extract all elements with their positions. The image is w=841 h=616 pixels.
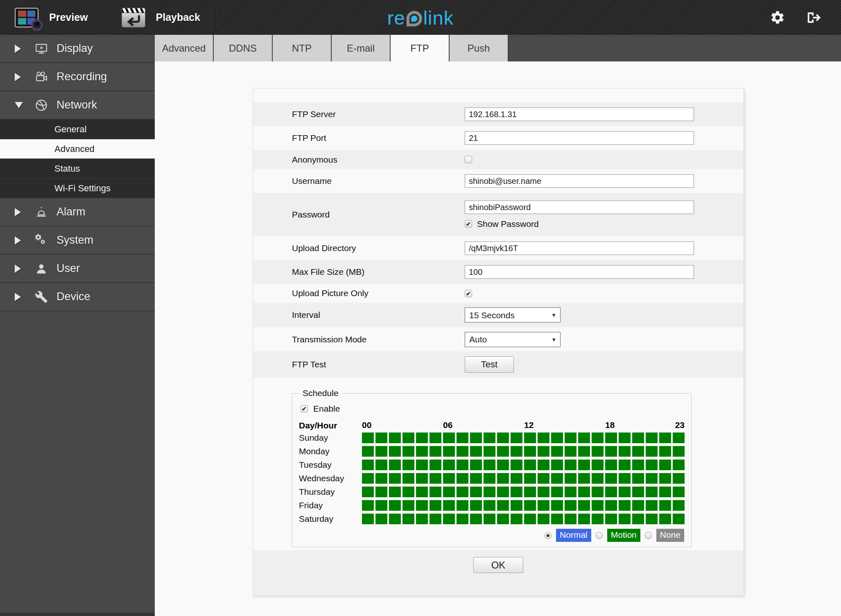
schedule-cell[interactable]: [592, 473, 604, 484]
schedule-cell[interactable]: [646, 460, 658, 470]
schedule-cell[interactable]: [605, 460, 617, 470]
schedule-cell[interactable]: [497, 433, 509, 443]
schedule-cell[interactable]: [551, 500, 563, 511]
schedule-enable-checkbox[interactable]: ✔: [301, 405, 308, 412]
schedule-cell[interactable]: [362, 446, 374, 457]
schedule-cell[interactable]: [470, 460, 482, 470]
schedule-cell[interactable]: [646, 433, 658, 443]
schedule-cell[interactable]: [673, 460, 685, 470]
schedule-cell[interactable]: [375, 500, 387, 511]
schedule-cell[interactable]: [646, 446, 658, 457]
password-input[interactable]: [465, 201, 694, 214]
schedule-cell[interactable]: [389, 460, 401, 470]
schedule-cell[interactable]: [375, 487, 387, 497]
schedule-cell[interactable]: [632, 514, 644, 524]
schedule-cell[interactable]: [578, 433, 590, 443]
schedule-cell[interactable]: [524, 446, 536, 457]
mode-radio-none[interactable]: [645, 532, 652, 539]
schedule-cell[interactable]: [632, 487, 644, 497]
sidebar-item-network[interactable]: Network: [0, 91, 155, 120]
schedule-cell[interactable]: [511, 473, 522, 484]
sidebar-item-system[interactable]: System: [0, 226, 155, 255]
schedule-cell[interactable]: [646, 487, 658, 497]
schedule-cell[interactable]: [646, 514, 658, 524]
schedule-cell[interactable]: [538, 433, 549, 443]
schedule-cell[interactable]: [484, 460, 495, 470]
tab-ddns[interactable]: DDNS: [214, 35, 273, 61]
schedule-cell[interactable]: [389, 514, 401, 524]
schedule-cell[interactable]: [565, 487, 576, 497]
schedule-cell[interactable]: [524, 500, 536, 511]
sidebar-item-recording[interactable]: Recording: [0, 63, 155, 91]
mode-radio-normal[interactable]: [545, 532, 552, 539]
tab-ftp[interactable]: FTP: [391, 35, 450, 61]
tab-advanced[interactable]: Advanced: [155, 35, 214, 61]
schedule-cell[interactable]: [605, 487, 617, 497]
schedule-cell[interactable]: [484, 473, 495, 484]
schedule-cell[interactable]: [659, 500, 671, 511]
schedule-cell[interactable]: [375, 446, 387, 457]
schedule-cell[interactable]: [619, 487, 631, 497]
schedule-cell[interactable]: [457, 446, 468, 457]
sidebar-item-device[interactable]: Device: [0, 283, 155, 311]
schedule-cell[interactable]: [511, 446, 522, 457]
schedule-cell[interactable]: [565, 446, 576, 457]
sidebar-item-alarm[interactable]: Alarm: [0, 198, 155, 226]
schedule-cell[interactable]: [524, 487, 536, 497]
schedule-cell[interactable]: [430, 487, 441, 497]
schedule-cell[interactable]: [646, 473, 658, 484]
schedule-cell[interactable]: [578, 514, 590, 524]
schedule-cell[interactable]: [416, 433, 428, 443]
schedule-cell[interactable]: [524, 514, 536, 524]
schedule-cell[interactable]: [565, 473, 576, 484]
schedule-cell[interactable]: [389, 500, 401, 511]
schedule-cell[interactable]: [416, 514, 428, 524]
schedule-cell[interactable]: [605, 500, 617, 511]
schedule-cell[interactable]: [673, 433, 685, 443]
schedule-cell[interactable]: [470, 487, 482, 497]
schedule-cell[interactable]: [538, 460, 549, 470]
schedule-cell[interactable]: [402, 446, 414, 457]
schedule-cell[interactable]: [605, 514, 617, 524]
tab-push[interactable]: Push: [450, 35, 509, 61]
schedule-cell[interactable]: [389, 487, 401, 497]
schedule-cell[interactable]: [551, 433, 563, 443]
max-file-size-input[interactable]: [465, 265, 694, 279]
schedule-cell[interactable]: [578, 460, 590, 470]
schedule-cell[interactable]: [524, 473, 536, 484]
schedule-cell[interactable]: [430, 500, 441, 511]
schedule-cell[interactable]: [430, 433, 441, 443]
sidebar-subitem-status[interactable]: Status: [0, 159, 155, 179]
schedule-cell[interactable]: [632, 460, 644, 470]
schedule-cell[interactable]: [443, 500, 455, 511]
schedule-cell[interactable]: [632, 433, 644, 443]
schedule-cell[interactable]: [402, 487, 414, 497]
schedule-cell[interactable]: [402, 433, 414, 443]
schedule-cell[interactable]: [632, 500, 644, 511]
schedule-cell[interactable]: [659, 446, 671, 457]
schedule-cell[interactable]: [551, 473, 563, 484]
schedule-cell[interactable]: [497, 460, 509, 470]
anonymous-checkbox[interactable]: [465, 156, 472, 163]
schedule-cell[interactable]: [578, 500, 590, 511]
schedule-cell[interactable]: [362, 460, 374, 470]
schedule-cell[interactable]: [362, 473, 374, 484]
upload-directory-input[interactable]: [465, 242, 694, 255]
schedule-cell[interactable]: [551, 460, 563, 470]
interval-select[interactable]: 15 Seconds ▼: [465, 308, 561, 323]
schedule-cell[interactable]: [443, 460, 455, 470]
schedule-cell[interactable]: [578, 487, 590, 497]
show-password-checkbox[interactable]: ✔: [465, 220, 472, 228]
schedule-cell[interactable]: [457, 433, 468, 443]
schedule-cell[interactable]: [646, 500, 658, 511]
schedule-cell[interactable]: [632, 446, 644, 457]
schedule-cell[interactable]: [538, 487, 549, 497]
schedule-cell[interactable]: [659, 433, 671, 443]
schedule-cell[interactable]: [619, 473, 631, 484]
schedule-cell[interactable]: [619, 446, 631, 457]
sidebar-item-user[interactable]: User: [0, 255, 155, 283]
schedule-cell[interactable]: [470, 446, 482, 457]
tab-ntp[interactable]: NTP: [273, 35, 332, 61]
settings-gear-icon[interactable]: [770, 10, 785, 25]
schedule-cell[interactable]: [497, 473, 509, 484]
